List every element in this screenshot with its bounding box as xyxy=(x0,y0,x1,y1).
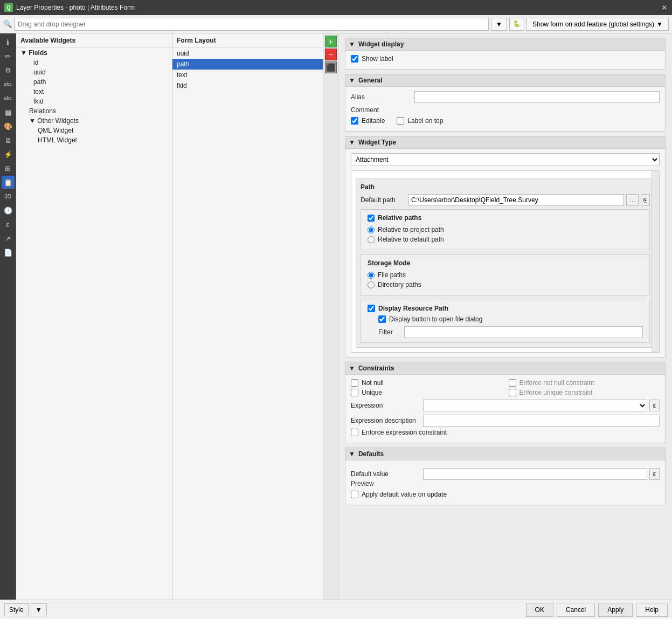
unique-checkbox[interactable] xyxy=(351,389,358,396)
3d-icon[interactable]: 3D xyxy=(2,190,15,203)
relative-paths-checkbox[interactable] xyxy=(368,215,375,222)
style-dropdown-button[interactable]: ▼ xyxy=(31,603,47,616)
expression-desc-input[interactable] xyxy=(423,415,660,427)
tree-item-uuid[interactable]: uuid xyxy=(16,67,172,77)
show-form-label: Show form on add feature (global setting… xyxy=(532,20,654,28)
tree-item-qml-widget[interactable]: QML Widget xyxy=(16,126,172,135)
show-label-text: Show label xyxy=(362,55,393,63)
form-item-text[interactable]: text xyxy=(172,70,323,80)
python-button[interactable]: 🐍 xyxy=(509,18,524,31)
attr-icon[interactable]: 📋 xyxy=(2,176,15,189)
enforce-expr-row: Enforce expression constraint xyxy=(351,429,660,436)
widget-type-header[interactable]: ▼ Widget Type xyxy=(345,136,666,149)
enforce-unique-label: Enforce unique constraint xyxy=(519,389,593,396)
enforce-expression-label: Enforce expression constraint xyxy=(362,429,447,436)
style-button[interactable]: Style xyxy=(4,603,29,616)
toolbar: 🔍 ▼ 🐍 Show form on add feature (global s… xyxy=(0,15,672,33)
relative-to-default-radio[interactable] xyxy=(368,236,375,243)
file-paths-radio[interactable] xyxy=(368,272,375,279)
widget-display-header[interactable]: ▼ Widget display xyxy=(345,38,666,51)
relative-paths-header: Relative paths xyxy=(368,214,643,222)
help-button[interactable]: Help xyxy=(636,603,668,617)
relative-paths-box: Relative paths Relative to project path … xyxy=(361,209,650,250)
scrollbar[interactable] xyxy=(652,171,659,352)
not-null-checkbox[interactable] xyxy=(351,379,358,387)
tree-item-text[interactable]: text xyxy=(16,87,172,97)
metadata-icon[interactable]: 📄 xyxy=(2,246,15,259)
tree-item-path[interactable]: path xyxy=(16,77,172,87)
copy-path-button[interactable]: ⎘ xyxy=(641,194,650,206)
label-on-top-checkbox[interactable] xyxy=(397,117,404,125)
comment-row: Comment xyxy=(351,106,660,114)
default-value-edit-button[interactable]: ε xyxy=(649,468,660,480)
cancel-button[interactable]: Cancel xyxy=(557,603,595,617)
widget-config-scroll[interactable]: Path Default path ... ⎘ xyxy=(351,170,660,353)
diagram-icon[interactable]: ▦ xyxy=(2,106,15,119)
close-button[interactable]: ✕ xyxy=(661,3,668,12)
widget-type-select[interactable]: Attachment Text Edit Date/Time Value Map… xyxy=(351,153,660,166)
defaults-header[interactable]: ▼ Defaults xyxy=(345,448,666,460)
designer-input[interactable] xyxy=(14,18,489,31)
tree-item-relations[interactable]: Relations xyxy=(16,106,172,116)
tree-item-html-widget[interactable]: HTML Widget xyxy=(16,135,172,145)
show-form-button[interactable]: Show form on add feature (global setting… xyxy=(526,18,669,31)
editable-checkbox[interactable] xyxy=(351,117,358,125)
directory-paths-radio[interactable] xyxy=(368,281,375,288)
label-on-top-label: Label on top xyxy=(407,117,443,125)
tree-item-fields[interactable]: ▼ Fields xyxy=(16,48,172,58)
tree-item-fkid[interactable]: fkid xyxy=(16,97,172,106)
bottom-bar: Style ▼ OK Cancel Apply Help xyxy=(0,600,672,619)
join-icon[interactable]: ⊞ xyxy=(2,162,15,175)
enforce-unique-checkbox[interactable] xyxy=(509,389,516,396)
constraints-label: Constraints xyxy=(358,364,394,372)
alias-input[interactable] xyxy=(414,91,660,103)
display-button-checkbox[interactable] xyxy=(378,315,386,323)
general-header[interactable]: ▼ General xyxy=(345,74,666,87)
form-item-path[interactable]: path xyxy=(172,59,323,70)
app-icon: Q xyxy=(4,3,13,12)
variable-icon[interactable]: ε xyxy=(2,218,15,231)
source-icon[interactable]: ⚙ xyxy=(2,64,15,77)
apply-on-update-checkbox[interactable] xyxy=(351,491,358,498)
ok-button[interactable]: OK xyxy=(526,603,553,617)
pencil-icon[interactable]: ✏ xyxy=(2,50,15,63)
show-label-checkbox[interactable] xyxy=(351,55,358,63)
color-icon[interactable]: 🎨 xyxy=(2,120,15,133)
form-item-uuid[interactable]: uuid xyxy=(172,48,323,59)
tree-item-id[interactable]: id xyxy=(16,58,172,67)
info-icon[interactable]: ℹ xyxy=(2,36,15,49)
filter-input[interactable] xyxy=(404,326,643,338)
display-icon[interactable]: 🖥 xyxy=(2,134,15,147)
expression-select[interactable] xyxy=(423,400,647,411)
default-path-label: Default path xyxy=(361,196,406,204)
constraints-header[interactable]: ▼ Constraints xyxy=(345,362,666,375)
browse-button[interactable]: ... xyxy=(626,194,639,206)
widget-type-content: Attachment Text Edit Date/Time Value Map… xyxy=(345,149,666,357)
action-icon[interactable]: ⚡ xyxy=(2,148,15,161)
style-arrow: ▼ xyxy=(36,606,42,614)
general-arrow: ▼ xyxy=(349,77,355,84)
form-item-fkid[interactable]: fkid xyxy=(172,80,323,91)
move-form-item-button[interactable]: ⬛ xyxy=(325,61,337,73)
relative-to-project-label: Relative to project path xyxy=(378,226,444,233)
add-form-item-button[interactable]: + xyxy=(325,36,337,47)
designer-dropdown[interactable]: ▼ xyxy=(491,18,507,31)
abc2-icon[interactable]: abc xyxy=(2,92,15,105)
apply-button[interactable]: Apply xyxy=(598,603,633,617)
default-value-row: Default value ε xyxy=(351,468,660,480)
expression-edit-button[interactable]: ε xyxy=(649,400,660,411)
remove-form-item-button[interactable]: − xyxy=(325,49,337,60)
path-group: Path Default path ... ⎘ xyxy=(356,178,655,348)
enforce-expression-checkbox[interactable] xyxy=(351,429,358,436)
alias-label: Alias xyxy=(351,93,410,101)
tree-item-other-widgets[interactable]: ▼ Other Widgets xyxy=(16,116,172,126)
default-path-input[interactable] xyxy=(408,194,624,206)
form-layout-panel: Form Layout uuid path text fkid xyxy=(172,33,323,600)
history-icon[interactable]: 🕒 xyxy=(2,204,15,217)
external-icon[interactable]: ↗ xyxy=(2,232,15,245)
relative-to-project-radio[interactable] xyxy=(368,226,375,233)
default-value-input[interactable] xyxy=(423,468,647,480)
label-icon[interactable]: abc xyxy=(2,78,15,91)
enforce-not-null-checkbox[interactable] xyxy=(509,379,516,387)
display-resource-checkbox[interactable] xyxy=(368,305,375,312)
